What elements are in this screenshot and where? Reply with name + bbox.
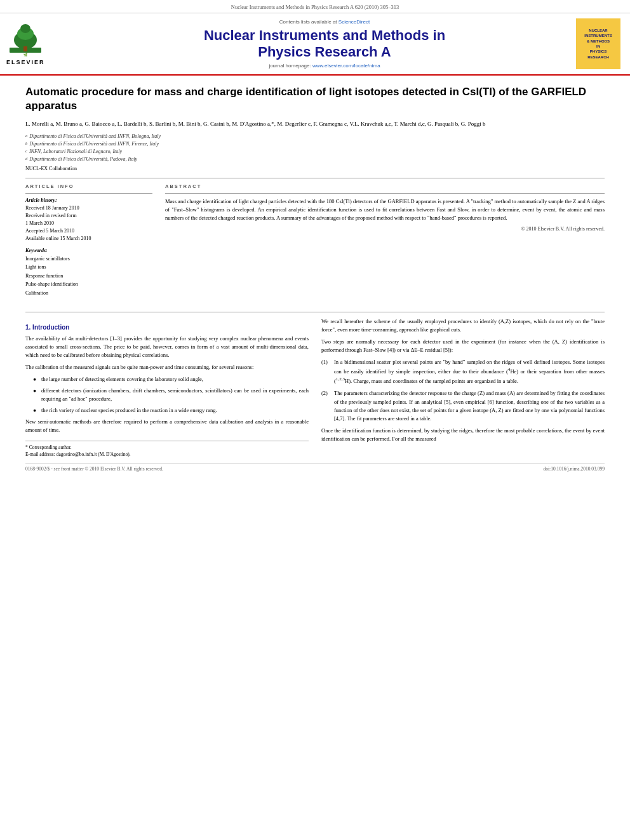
numbered-list: (1) In a bidimensional scatter plot seve… [321,358,605,423]
email-note: E-mail address: dagostino@bo.infn.it (M.… [25,451,309,458]
keyword-5: Calibration [25,289,152,298]
affiliations: a Dipartimento di Fisica dell'Università… [25,133,605,163]
divider-1 [25,178,605,178]
keyword-1: Inorganic scintillators [25,255,152,263]
article-info-col: ARTICLE INFO Article history: Received 1… [25,183,152,303]
body-columns: 1. Introduction The availability of 4π m… [25,317,605,458]
bullet-item-2: ● different detectors (ionization chambe… [33,387,309,404]
journal-citation: Nuclear Instruments and Methods in Physi… [231,4,399,10]
bullet-dot: ● [33,406,38,415]
top-bar: Nuclear Instruments and Methods in Physi… [0,0,630,13]
svg-text:🌿: 🌿 [23,53,28,57]
affiliation-a: a Dipartimento di Fisica dell'Università… [25,133,605,140]
abstract-copyright: © 2010 Elsevier B.V. All rights reserved… [165,226,605,232]
article-info-box: Article history: Received 18 January 201… [25,193,152,298]
svg-point-3 [20,24,30,33]
body-para3: New semi-automatic methods are therefore… [25,418,309,434]
article-history: Article history: Received 18 January 201… [25,197,152,243]
elsevier-logo: 🌿 ELSEVIER [6,22,45,65]
homepage-link[interactable]: www.elsevier.com/locate/nima [312,63,380,69]
section1-heading: 1. Introduction [25,324,309,331]
right-para1: We recall hereafter the scheme of the us… [321,317,605,334]
journal-header-right: NUCLEARINSTRUMENTS& METHODSINPHYSICSRESE… [573,18,624,69]
article-title: Automatic procedure for mass and charge … [25,85,605,113]
footnote-area: * Corresponding author. E-mail address: … [25,441,309,458]
affiliation-b: b Dipartimento di Fisica dell'Università… [25,140,605,148]
abstract-label: ABSTRACT [165,183,605,189]
elsevier-label: ELSEVIER [6,59,45,65]
sciencedirect-link[interactable]: ScienceDirect [338,19,370,25]
journal-header-left: 🌿 ELSEVIER [6,18,76,69]
authors: L. Morelli a, M. Bruno a, G. Baiocco a, … [25,119,605,128]
abstract-text: Mass and charge identification of light … [165,197,605,223]
contents-line: Contents lists available at ScienceDirec… [279,19,370,25]
abstract-box: Mass and charge identification of light … [165,193,605,232]
main-content: Automatic procedure for mass and charge … [0,76,630,481]
page-wrapper: Nuclear Instruments and Methods in Physi… [0,0,630,840]
journal-header: 🌿 ELSEVIER Contents lists available at S… [0,13,630,76]
bullet-list: ● the large number of detecting elements… [33,375,309,415]
abstract-col: ABSTRACT Mass and charge identification … [165,183,605,303]
footer-doi: doi:10.1016/j.nima.2010.03.099 [544,466,605,472]
bullet-dot: ● [33,375,38,384]
divider-2 [25,312,605,312]
keyword-3: Response function [25,272,152,281]
bullet-item-1: ● the large number of detecting elements… [33,375,309,384]
article-info-abstract: ARTICLE INFO Article history: Received 1… [25,183,605,303]
right-para3: Once the identification function is dete… [321,427,605,443]
collaboration: NUCL-EX Collaboration [25,166,605,171]
elsevier-tree-icon: 🌿 [6,22,44,57]
body-para2: The calibration of the measured signals … [25,363,309,371]
keywords-list: Inorganic scintillators Light ions Respo… [25,255,152,298]
article-info-label: ARTICLE INFO [25,183,152,189]
bullet-dot: ● [33,387,38,404]
journal-homepage: journal homepage: www.elsevier.com/locat… [269,63,380,69]
journal-title: Nuclear Instruments and Methods in Physi… [204,27,445,61]
keyword-4: Pulse-shape identification [25,280,152,289]
corresponding-note: * Corresponding author. [25,444,309,451]
svg-rect-4 [23,46,27,51]
right-para2: Two steps are normally necessary for eac… [321,338,605,354]
journal-badge: NUCLEARINSTRUMENTS& METHODSINPHYSICSRESE… [576,18,620,69]
numbered-item-1: (1) In a bidimensional scatter plot seve… [321,358,605,385]
numbered-item-2: (2) The parameters characterizing the de… [321,389,605,423]
footer-issn: 0168-9002/$ - see front matter © 2010 El… [25,466,163,472]
bullet-item-3: ● the rich variety of nuclear species pr… [33,406,309,415]
article-keywords: Keywords: Inorganic scintillators Light … [25,248,152,298]
body-para1: The availability of 4π multi-detectors [… [25,335,309,360]
affiliation-c: c INFN, Laboratori Nazionali di Legnaro,… [25,148,605,156]
body-col-right: We recall hereafter the scheme of the us… [321,317,605,458]
affiliation-d: d Dipartimento di Fisica dell'Università… [25,156,605,163]
footer-bar: 0168-9002/$ - see front matter © 2010 El… [25,463,605,472]
journal-header-center: Contents lists available at ScienceDirec… [81,18,568,69]
keyword-2: Light ions [25,263,152,272]
body-col-left: 1. Introduction The availability of 4π m… [25,317,309,458]
